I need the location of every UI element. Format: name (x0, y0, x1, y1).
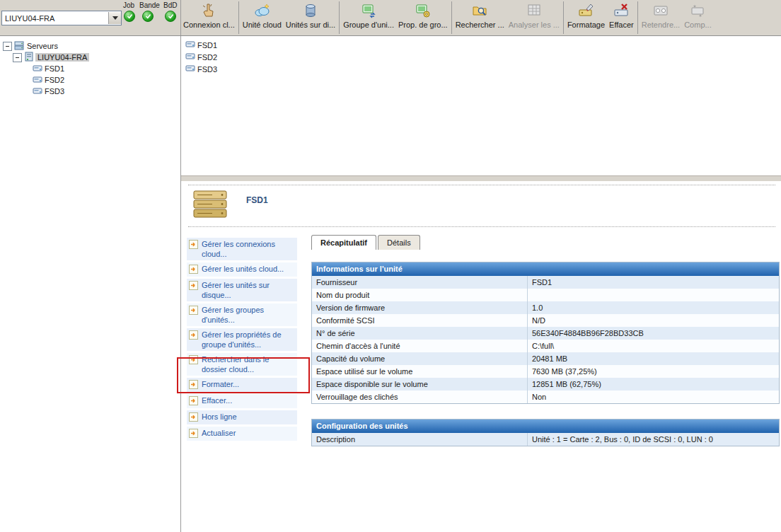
action-label: Gérer les propriétés de groupe d'unités.… (199, 330, 295, 349)
list-item-label: FSD2 (195, 53, 217, 62)
arrow-icon (189, 306, 199, 316)
analyze-grid-icon (526, 1, 543, 20)
section-title: Configuration des unités (312, 419, 779, 433)
db-ok-icon (165, 11, 176, 22)
toolbar-separator (339, 1, 340, 34)
tab-recapitulatif[interactable]: Récapitulatif (311, 235, 376, 250)
device-icon (33, 64, 42, 74)
toolbar-button-groupe-unites[interactable]: Groupe d'uni... (341, 0, 396, 35)
toolbar-button-compression: Comp... (682, 0, 714, 35)
info-value: C:\full\ (528, 340, 779, 352)
server-tree: Serveurs LIUYU04-FRA FSD1 FSD2 FSD3 (0, 36, 181, 532)
table-row: Fournisseur FSD1 (312, 276, 779, 289)
list-item-fsd3[interactable]: FSD3 (181, 63, 781, 75)
action-label: Actualiser (199, 428, 236, 438)
device-icon (185, 40, 195, 50)
device-icon (185, 64, 195, 74)
toolbar-button-unite-cloud[interactable]: Unité cloud (241, 0, 284, 35)
device-icon (33, 75, 42, 86)
action-gerer-unites-disque[interactable]: Gérer les unités sur disque... (187, 279, 297, 301)
chevron-down-icon (112, 16, 118, 20)
table-row: Conformité SCSI N/D (312, 314, 779, 327)
arrow-icon (189, 429, 199, 439)
info-value: Non (528, 391, 779, 403)
annotation-highlight-box (177, 357, 310, 393)
group-properties-icon (415, 1, 432, 20)
format-disk-icon (577, 1, 594, 20)
detail-tabs: Récapitulatif Détails (311, 235, 422, 250)
action-label: Gérer les unités sur disque... (199, 280, 295, 300)
device-group-icon (360, 1, 377, 20)
divider (188, 226, 775, 227)
arrow-icon (189, 240, 199, 250)
arrow-icon (189, 396, 199, 407)
table-row: Espace disponible sur le volume 12851 MB… (312, 378, 779, 391)
expander-serveurs[interactable] (3, 42, 12, 51)
tree-item-fsd3[interactable]: FSD3 (42, 87, 66, 96)
toolbar-separator (637, 1, 638, 34)
toolbar-button-connexion-cloud[interactable]: Connexion cl... (181, 0, 237, 35)
toolbar-button-formatage[interactable]: Formatage (565, 0, 607, 35)
action-hors-ligne[interactable]: Hors ligne (187, 410, 297, 424)
info-label: Version de firmware (312, 301, 528, 314)
info-label: Espace utilisé sur le volume (312, 365, 528, 378)
info-label: Conformité SCSI (312, 314, 528, 327)
toolbar-button-prop-groupe[interactable]: Prop. de gro... (396, 0, 450, 35)
action-gerer-unites-cloud[interactable]: Gérer les unités cloud... (187, 262, 297, 277)
tree-item-fsd1-row: FSD1 (0, 63, 180, 74)
toolbar-label: Analyser les ... (509, 21, 560, 29)
list-item-label: FSD1 (195, 41, 217, 50)
expander-server[interactable] (13, 53, 22, 62)
device-icon (185, 52, 195, 62)
action-label: Hors ligne (199, 412, 237, 422)
list-item-fsd1[interactable]: FSD1 (181, 39, 781, 51)
tree-item-liuyu04-fra[interactable]: LIUYU04-FRA (35, 53, 89, 62)
tree-item-fsd3-row: FSD3 (0, 86, 180, 97)
application-window: LIUYU04-FRA Job Bande BdD Connexion cl..… (0, 0, 781, 532)
action-actualiser[interactable]: Actualiser (187, 427, 297, 441)
info-value: 56E340F4884BB96F28BD33CB (528, 327, 779, 340)
info-value: 1.0 (528, 301, 779, 314)
compress-icon (689, 1, 706, 20)
toolbar-button-unites-sur-disque[interactable]: Unités sur di... (284, 0, 337, 35)
action-label: Effacer... (199, 395, 232, 405)
table-row: Chemin d'accès à l'unité C:\full\ (312, 340, 779, 352)
cloud-icon (253, 1, 270, 20)
toolbar-separator (451, 1, 452, 34)
config-label: Description (312, 433, 528, 446)
tree-item-fsd2[interactable]: FSD2 (42, 76, 66, 84)
toolbar-label: Unités sur di... (286, 21, 335, 29)
toolbar-label: Comp... (684, 21, 712, 29)
info-value: 12851 MB (62,75%) (528, 378, 779, 391)
job-ok-icon (124, 11, 135, 22)
arrow-icon (189, 330, 199, 341)
tree-item-fsd1[interactable]: FSD1 (42, 64, 66, 73)
toolbar-label: Effacer (609, 21, 634, 29)
list-item-fsd2[interactable]: FSD2 (181, 51, 781, 63)
combo-dropdown-button[interactable] (108, 12, 121, 24)
table-row: N° de série 56E340F4884BB96F28BD33CB (312, 327, 779, 340)
info-label: Fournisseur (312, 276, 528, 289)
disk-stack-icon (302, 1, 319, 20)
info-value (528, 289, 779, 301)
tree-item-serveurs[interactable]: Serveurs (25, 42, 60, 50)
action-gerer-connexions-cloud[interactable]: Gérer les connexions cloud... (187, 238, 297, 260)
tab-details[interactable]: Détails (378, 235, 420, 250)
action-effacer[interactable]: Effacer... (187, 394, 297, 408)
device-detail-panel: FSD1 Gérer les connexions cloud... Gérer… (181, 181, 781, 532)
server-selector[interactable]: LIUYU04-FRA (1, 11, 122, 25)
action-label: Gérer les unités cloud... (199, 264, 284, 274)
toolbar-button-rechercher[interactable]: Rechercher ... (453, 0, 507, 35)
info-label: Chemin d'accès à l'unité (312, 340, 528, 352)
action-gerer-proprietes-groupe[interactable]: Gérer les propriétés de groupe d'unités.… (187, 328, 297, 351)
toolbar-button-effacer[interactable]: Effacer (607, 0, 636, 35)
action-gerer-groupes-unites[interactable]: Gérer les groupes d'unités... (187, 303, 297, 326)
arrow-icon (189, 412, 199, 423)
erase-disk-icon (613, 1, 630, 20)
device-list: FSD1 FSD2 FSD3 (181, 36, 781, 175)
retension-tape-icon (652, 1, 669, 20)
toolbar-label: Rechercher ... (456, 21, 504, 29)
info-value: FSD1 (528, 276, 779, 289)
table-row: Verrouillage des clichés Non (312, 391, 779, 403)
toolbar-label: Retendre... (642, 21, 680, 29)
